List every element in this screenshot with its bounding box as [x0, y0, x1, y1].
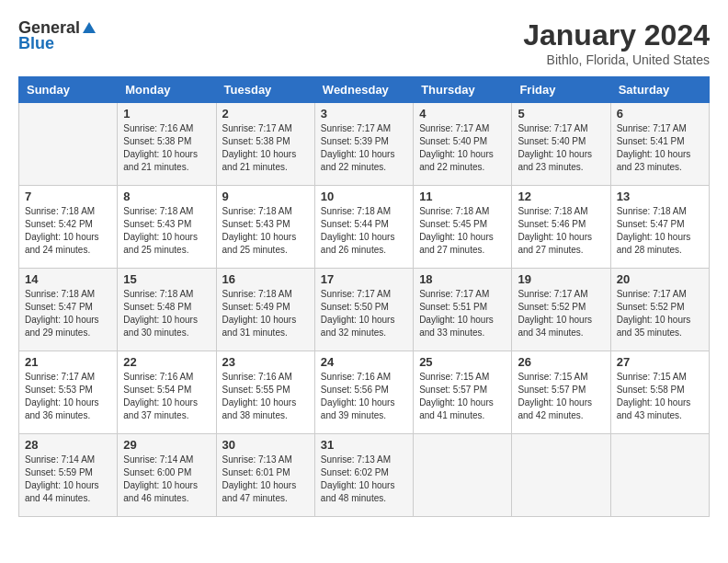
calendar-cell: [19, 103, 118, 186]
day-number: 7: [25, 190, 111, 203]
calendar-cell: 5Sunrise: 7:17 AM Sunset: 5:40 PM Daylig…: [512, 103, 610, 186]
day-number: 1: [123, 107, 210, 121]
column-header-saturday: Saturday: [610, 77, 709, 103]
calendar-cell: 13Sunrise: 7:18 AM Sunset: 5:47 PM Dayli…: [610, 186, 709, 269]
day-info: Sunrise: 7:17 AM Sunset: 5:53 PM Dayligh…: [25, 371, 111, 422]
day-info: Sunrise: 7:16 AM Sunset: 5:38 PM Dayligh…: [123, 122, 210, 174]
calendar-cell: 15Sunrise: 7:18 AM Sunset: 5:48 PM Dayli…: [118, 269, 216, 351]
day-number: 16: [222, 272, 309, 286]
day-number: 9: [222, 190, 309, 203]
day-number: 24: [321, 355, 407, 369]
calendar-cell: 6Sunrise: 7:17 AM Sunset: 5:41 PM Daylig…: [610, 103, 709, 186]
calendar-cell: 18Sunrise: 7:17 AM Sunset: 5:51 PM Dayli…: [414, 269, 512, 351]
calendar-cell: 2Sunrise: 7:17 AM Sunset: 5:38 PM Daylig…: [216, 103, 314, 186]
day-number: 4: [419, 107, 506, 121]
day-info: Sunrise: 7:16 AM Sunset: 5:54 PM Dayligh…: [123, 371, 210, 422]
calendar-cell: 10Sunrise: 7:18 AM Sunset: 5:44 PM Dayli…: [314, 186, 413, 269]
day-number: 3: [321, 107, 407, 121]
day-info: Sunrise: 7:16 AM Sunset: 5:56 PM Dayligh…: [321, 371, 407, 422]
calendar-cell: 29Sunrise: 7:14 AM Sunset: 6:00 PM Dayli…: [118, 434, 216, 517]
day-info: Sunrise: 7:18 AM Sunset: 5:43 PM Dayligh…: [222, 205, 309, 257]
day-info: Sunrise: 7:18 AM Sunset: 5:46 PM Dayligh…: [518, 205, 604, 257]
day-number: 20: [617, 272, 703, 286]
day-number: 30: [222, 438, 309, 452]
day-info: Sunrise: 7:18 AM Sunset: 5:44 PM Dayligh…: [321, 205, 407, 257]
day-info: Sunrise: 7:18 AM Sunset: 5:43 PM Dayligh…: [123, 205, 210, 257]
day-number: 14: [25, 272, 111, 286]
calendar-cell: 17Sunrise: 7:17 AM Sunset: 5:50 PM Dayli…: [314, 269, 413, 351]
calendar-cell: 23Sunrise: 7:16 AM Sunset: 5:55 PM Dayli…: [216, 351, 314, 434]
calendar-cell: 14Sunrise: 7:18 AM Sunset: 5:47 PM Dayli…: [19, 269, 118, 351]
calendar-cell: 3Sunrise: 7:17 AM Sunset: 5:39 PM Daylig…: [314, 103, 413, 186]
calendar-subtitle: Bithlo, Florida, United States: [523, 52, 710, 67]
calendar-cell: [414, 434, 512, 517]
day-number: 10: [321, 190, 407, 203]
calendar-cell: 1Sunrise: 7:16 AM Sunset: 5:38 PM Daylig…: [118, 103, 216, 186]
week-row-5: 28Sunrise: 7:14 AM Sunset: 5:59 PM Dayli…: [19, 434, 710, 517]
day-number: 17: [321, 272, 407, 286]
day-number: 15: [123, 272, 210, 286]
day-info: Sunrise: 7:14 AM Sunset: 5:59 PM Dayligh…: [25, 454, 111, 505]
day-info: Sunrise: 7:17 AM Sunset: 5:41 PM Dayligh…: [617, 122, 703, 174]
day-info: Sunrise: 7:15 AM Sunset: 5:57 PM Dayligh…: [419, 371, 506, 422]
day-info: Sunrise: 7:18 AM Sunset: 5:45 PM Dayligh…: [419, 205, 506, 257]
day-number: 8: [123, 190, 210, 203]
day-info: Sunrise: 7:17 AM Sunset: 5:39 PM Dayligh…: [321, 122, 407, 174]
page-header: General Blue January 2024 Bithlo, Florid…: [18, 18, 710, 67]
day-info: Sunrise: 7:17 AM Sunset: 5:38 PM Dayligh…: [222, 122, 309, 174]
week-row-2: 7Sunrise: 7:18 AM Sunset: 5:42 PM Daylig…: [19, 186, 710, 269]
calendar-cell: [610, 434, 709, 517]
day-number: 2: [222, 107, 309, 121]
calendar-cell: 26Sunrise: 7:15 AM Sunset: 5:57 PM Dayli…: [512, 351, 610, 434]
day-info: Sunrise: 7:18 AM Sunset: 5:42 PM Dayligh…: [25, 205, 111, 257]
week-row-4: 21Sunrise: 7:17 AM Sunset: 5:53 PM Dayli…: [19, 351, 710, 434]
day-info: Sunrise: 7:17 AM Sunset: 5:52 PM Dayligh…: [518, 288, 604, 339]
day-number: 11: [419, 190, 506, 203]
calendar-cell: 11Sunrise: 7:18 AM Sunset: 5:45 PM Dayli…: [414, 186, 512, 269]
day-number: 23: [222, 355, 309, 369]
day-info: Sunrise: 7:17 AM Sunset: 5:40 PM Dayligh…: [419, 122, 506, 174]
calendar-cell: 31Sunrise: 7:13 AM Sunset: 6:02 PM Dayli…: [314, 434, 413, 517]
logo-blue: Blue: [18, 34, 54, 53]
calendar-cell: 12Sunrise: 7:18 AM Sunset: 5:46 PM Dayli…: [512, 186, 610, 269]
calendar-cell: 7Sunrise: 7:18 AM Sunset: 5:42 PM Daylig…: [19, 186, 118, 269]
day-info: Sunrise: 7:17 AM Sunset: 5:40 PM Dayligh…: [518, 122, 604, 174]
day-info: Sunrise: 7:17 AM Sunset: 5:50 PM Dayligh…: [321, 288, 407, 339]
day-info: Sunrise: 7:18 AM Sunset: 5:49 PM Dayligh…: [222, 288, 309, 339]
day-number: 18: [419, 272, 506, 286]
calendar-cell: [512, 434, 610, 517]
day-number: 19: [518, 272, 604, 286]
week-row-3: 14Sunrise: 7:18 AM Sunset: 5:47 PM Dayli…: [19, 269, 710, 351]
day-info: Sunrise: 7:17 AM Sunset: 5:51 PM Dayligh…: [419, 288, 506, 339]
column-header-wednesday: Wednesday: [314, 77, 413, 103]
day-number: 22: [123, 355, 210, 369]
day-info: Sunrise: 7:15 AM Sunset: 5:57 PM Dayligh…: [518, 371, 604, 422]
day-info: Sunrise: 7:13 AM Sunset: 6:01 PM Dayligh…: [222, 454, 309, 505]
day-number: 25: [419, 355, 506, 369]
day-number: 21: [25, 355, 111, 369]
calendar-cell: 8Sunrise: 7:18 AM Sunset: 5:43 PM Daylig…: [118, 186, 216, 269]
day-info: Sunrise: 7:17 AM Sunset: 5:52 PM Dayligh…: [617, 288, 703, 339]
column-header-tuesday: Tuesday: [216, 77, 314, 103]
day-number: 29: [123, 438, 210, 452]
calendar-cell: 4Sunrise: 7:17 AM Sunset: 5:40 PM Daylig…: [414, 103, 512, 186]
day-number: 28: [25, 438, 111, 452]
day-number: 13: [617, 190, 703, 203]
day-info: Sunrise: 7:14 AM Sunset: 6:00 PM Dayligh…: [123, 454, 210, 505]
calendar-title: January 2024: [523, 18, 710, 52]
calendar-header-row: SundayMondayTuesdayWednesdayThursdayFrid…: [19, 77, 710, 103]
calendar-cell: 16Sunrise: 7:18 AM Sunset: 5:49 PM Dayli…: [216, 269, 314, 351]
day-number: 5: [518, 107, 604, 121]
column-header-sunday: Sunday: [19, 77, 118, 103]
calendar-table: SundayMondayTuesdayWednesdayThursdayFrid…: [18, 76, 710, 517]
calendar-cell: 28Sunrise: 7:14 AM Sunset: 5:59 PM Dayli…: [19, 434, 118, 517]
day-info: Sunrise: 7:18 AM Sunset: 5:48 PM Dayligh…: [123, 288, 210, 339]
column-header-monday: Monday: [118, 77, 216, 103]
calendar-cell: 25Sunrise: 7:15 AM Sunset: 5:57 PM Dayli…: [414, 351, 512, 434]
column-header-thursday: Thursday: [414, 77, 512, 103]
calendar-cell: 19Sunrise: 7:17 AM Sunset: 5:52 PM Dayli…: [512, 269, 610, 351]
column-header-friday: Friday: [512, 77, 610, 103]
calendar-cell: 27Sunrise: 7:15 AM Sunset: 5:58 PM Dayli…: [610, 351, 709, 434]
logo-arrow-icon: [83, 22, 96, 33]
day-number: 26: [518, 355, 604, 369]
